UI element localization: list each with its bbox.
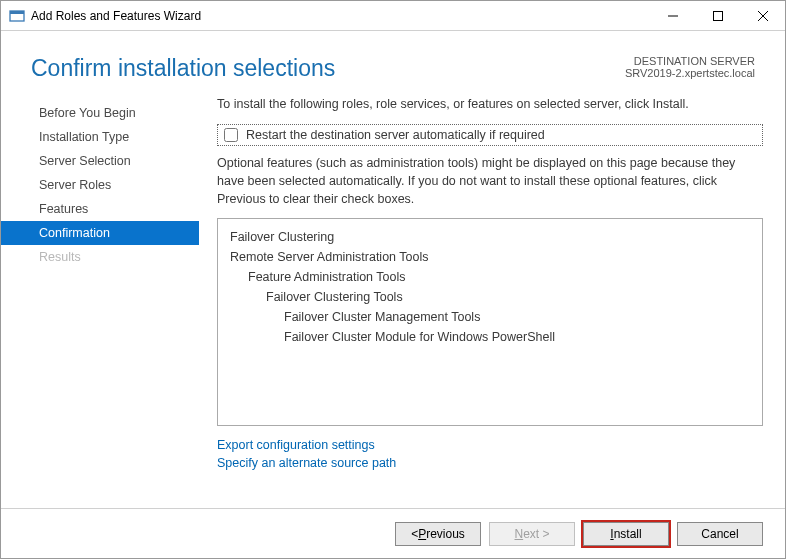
previous-button[interactable]: < Previous xyxy=(395,522,481,546)
destination-box: DESTINATION SERVER SRV2019-2.xpertstec.l… xyxy=(625,55,755,79)
optional-features-text: Optional features (such as administratio… xyxy=(217,154,763,208)
page-title: Confirm installation selections xyxy=(31,55,335,82)
next-button: Next > xyxy=(489,522,575,546)
instruction-text: To install the following roles, role ser… xyxy=(217,96,763,114)
feature-item: Feature Administration Tools xyxy=(230,267,750,287)
restart-label: Restart the destination server automatic… xyxy=(246,128,545,142)
svg-rect-3 xyxy=(713,11,722,20)
header-area: Confirm installation selections DESTINAT… xyxy=(1,31,785,96)
content: To install the following roles, role ser… xyxy=(199,96,763,486)
app-icon xyxy=(9,8,25,24)
maximize-button[interactable] xyxy=(695,1,740,30)
features-list: Failover ClusteringRemote Server Adminis… xyxy=(217,218,763,426)
feature-item: Failover Clustering Tools xyxy=(230,287,750,307)
sidebar-item-installation-type[interactable]: Installation Type xyxy=(1,125,199,149)
sidebar-item-server-selection[interactable]: Server Selection xyxy=(1,149,199,173)
sidebar-item-server-roles[interactable]: Server Roles xyxy=(1,173,199,197)
sidebar-item-confirmation[interactable]: Confirmation xyxy=(1,221,199,245)
alternate-source-link[interactable]: Specify an alternate source path xyxy=(217,454,763,472)
cancel-button[interactable]: Cancel xyxy=(677,522,763,546)
restart-checkbox-row[interactable]: Restart the destination server automatic… xyxy=(217,124,763,146)
minimize-button[interactable] xyxy=(650,1,695,30)
restart-checkbox[interactable] xyxy=(224,128,238,142)
destination-value: SRV2019-2.xpertstec.local xyxy=(625,67,755,79)
feature-item: Remote Server Administration Tools xyxy=(230,247,750,267)
main-area: Before You BeginInstallation TypeServer … xyxy=(1,96,785,486)
sidebar-item-results: Results xyxy=(1,245,199,269)
install-button[interactable]: Install xyxy=(583,522,669,546)
feature-item: Failover Clustering xyxy=(230,227,750,247)
feature-item: Failover Cluster Management Tools xyxy=(230,307,750,327)
destination-label: DESTINATION SERVER xyxy=(625,55,755,67)
sidebar-item-before-you-begin[interactable]: Before You Begin xyxy=(1,101,199,125)
export-settings-link[interactable]: Export configuration settings xyxy=(217,436,763,454)
sidebar: Before You BeginInstallation TypeServer … xyxy=(1,96,199,486)
close-button[interactable] xyxy=(740,1,785,30)
feature-item: Failover Cluster Module for Windows Powe… xyxy=(230,327,750,347)
sidebar-item-features[interactable]: Features xyxy=(1,197,199,221)
footer: < Previous Next > Install Cancel xyxy=(1,508,785,558)
window-controls xyxy=(650,1,785,30)
window-title: Add Roles and Features Wizard xyxy=(31,9,650,23)
titlebar: Add Roles and Features Wizard xyxy=(1,1,785,31)
svg-rect-1 xyxy=(10,11,24,14)
